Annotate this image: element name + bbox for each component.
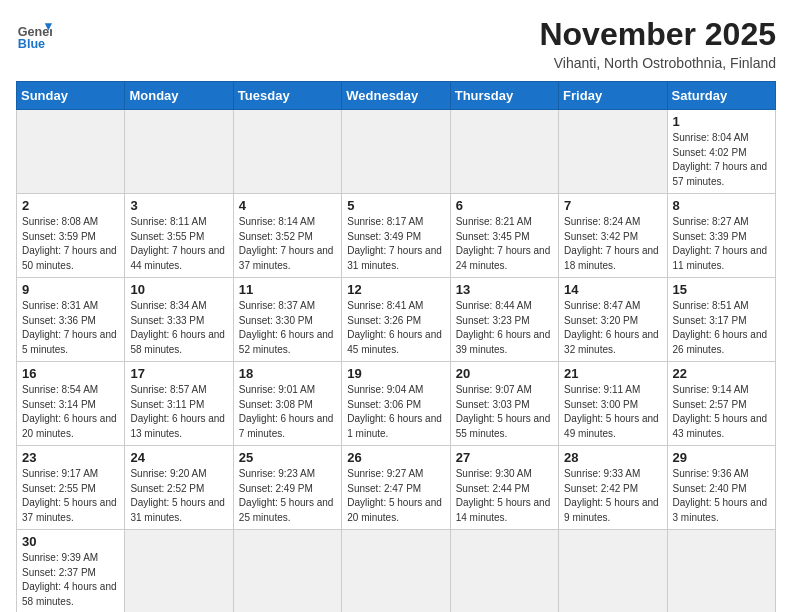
day-info: Sunrise: 9:23 AM Sunset: 2:49 PM Dayligh… bbox=[239, 467, 336, 525]
day-number: 25 bbox=[239, 450, 336, 465]
day-info: Sunrise: 9:27 AM Sunset: 2:47 PM Dayligh… bbox=[347, 467, 444, 525]
day-number: 26 bbox=[347, 450, 444, 465]
day-number: 29 bbox=[673, 450, 770, 465]
day-info: Sunrise: 8:57 AM Sunset: 3:11 PM Dayligh… bbox=[130, 383, 227, 441]
day-number: 5 bbox=[347, 198, 444, 213]
calendar-cell: 1Sunrise: 8:04 AM Sunset: 4:02 PM Daylig… bbox=[667, 110, 775, 194]
day-number: 30 bbox=[22, 534, 119, 549]
logo-icon: General Blue bbox=[16, 16, 52, 52]
calendar-cell bbox=[233, 530, 341, 613]
day-number: 12 bbox=[347, 282, 444, 297]
page-header: General Blue November 2025 Vihanti, Nort… bbox=[16, 16, 776, 71]
day-number: 20 bbox=[456, 366, 553, 381]
calendar-cell: 21Sunrise: 9:11 AM Sunset: 3:00 PM Dayli… bbox=[559, 362, 667, 446]
calendar-cell: 24Sunrise: 9:20 AM Sunset: 2:52 PM Dayli… bbox=[125, 446, 233, 530]
calendar-table: SundayMondayTuesdayWednesdayThursdayFrid… bbox=[16, 81, 776, 612]
day-info: Sunrise: 9:07 AM Sunset: 3:03 PM Dayligh… bbox=[456, 383, 553, 441]
calendar-cell: 12Sunrise: 8:41 AM Sunset: 3:26 PM Dayli… bbox=[342, 278, 450, 362]
calendar-cell: 2Sunrise: 8:08 AM Sunset: 3:59 PM Daylig… bbox=[17, 194, 125, 278]
day-number: 6 bbox=[456, 198, 553, 213]
day-info: Sunrise: 8:08 AM Sunset: 3:59 PM Dayligh… bbox=[22, 215, 119, 273]
day-number: 27 bbox=[456, 450, 553, 465]
calendar-cell: 9Sunrise: 8:31 AM Sunset: 3:36 PM Daylig… bbox=[17, 278, 125, 362]
calendar-cell bbox=[233, 110, 341, 194]
calendar-cell: 18Sunrise: 9:01 AM Sunset: 3:08 PM Dayli… bbox=[233, 362, 341, 446]
day-info: Sunrise: 9:36 AM Sunset: 2:40 PM Dayligh… bbox=[673, 467, 770, 525]
calendar-week-row: 23Sunrise: 9:17 AM Sunset: 2:55 PM Dayli… bbox=[17, 446, 776, 530]
calendar-cell bbox=[125, 110, 233, 194]
calendar-cell: 29Sunrise: 9:36 AM Sunset: 2:40 PM Dayli… bbox=[667, 446, 775, 530]
calendar-cell: 19Sunrise: 9:04 AM Sunset: 3:06 PM Dayli… bbox=[342, 362, 450, 446]
day-number: 1 bbox=[673, 114, 770, 129]
calendar-week-row: 9Sunrise: 8:31 AM Sunset: 3:36 PM Daylig… bbox=[17, 278, 776, 362]
calendar-cell bbox=[559, 530, 667, 613]
weekday-header-saturday: Saturday bbox=[667, 82, 775, 110]
day-number: 9 bbox=[22, 282, 119, 297]
calendar-cell: 3Sunrise: 8:11 AM Sunset: 3:55 PM Daylig… bbox=[125, 194, 233, 278]
calendar-cell bbox=[342, 530, 450, 613]
calendar-cell bbox=[342, 110, 450, 194]
title-area: November 2025 Vihanti, North Ostrobothni… bbox=[539, 16, 776, 71]
day-info: Sunrise: 9:39 AM Sunset: 2:37 PM Dayligh… bbox=[22, 551, 119, 609]
calendar-cell: 16Sunrise: 8:54 AM Sunset: 3:14 PM Dayli… bbox=[17, 362, 125, 446]
weekday-header-tuesday: Tuesday bbox=[233, 82, 341, 110]
day-number: 7 bbox=[564, 198, 661, 213]
location-title: Vihanti, North Ostrobothnia, Finland bbox=[539, 55, 776, 71]
day-info: Sunrise: 9:04 AM Sunset: 3:06 PM Dayligh… bbox=[347, 383, 444, 441]
day-number: 14 bbox=[564, 282, 661, 297]
day-number: 4 bbox=[239, 198, 336, 213]
calendar-cell: 10Sunrise: 8:34 AM Sunset: 3:33 PM Dayli… bbox=[125, 278, 233, 362]
day-info: Sunrise: 8:14 AM Sunset: 3:52 PM Dayligh… bbox=[239, 215, 336, 273]
weekday-header-wednesday: Wednesday bbox=[342, 82, 450, 110]
day-number: 8 bbox=[673, 198, 770, 213]
weekday-header-row: SundayMondayTuesdayWednesdayThursdayFrid… bbox=[17, 82, 776, 110]
calendar-week-row: 2Sunrise: 8:08 AM Sunset: 3:59 PM Daylig… bbox=[17, 194, 776, 278]
weekday-header-thursday: Thursday bbox=[450, 82, 558, 110]
day-info: Sunrise: 8:54 AM Sunset: 3:14 PM Dayligh… bbox=[22, 383, 119, 441]
day-number: 2 bbox=[22, 198, 119, 213]
day-info: Sunrise: 9:01 AM Sunset: 3:08 PM Dayligh… bbox=[239, 383, 336, 441]
calendar-cell: 4Sunrise: 8:14 AM Sunset: 3:52 PM Daylig… bbox=[233, 194, 341, 278]
calendar-cell bbox=[559, 110, 667, 194]
day-number: 3 bbox=[130, 198, 227, 213]
day-info: Sunrise: 8:44 AM Sunset: 3:23 PM Dayligh… bbox=[456, 299, 553, 357]
day-info: Sunrise: 8:34 AM Sunset: 3:33 PM Dayligh… bbox=[130, 299, 227, 357]
calendar-cell: 30Sunrise: 9:39 AM Sunset: 2:37 PM Dayli… bbox=[17, 530, 125, 613]
day-info: Sunrise: 8:41 AM Sunset: 3:26 PM Dayligh… bbox=[347, 299, 444, 357]
calendar-cell: 23Sunrise: 9:17 AM Sunset: 2:55 PM Dayli… bbox=[17, 446, 125, 530]
month-title: November 2025 bbox=[539, 16, 776, 53]
calendar-cell bbox=[667, 530, 775, 613]
day-info: Sunrise: 9:14 AM Sunset: 2:57 PM Dayligh… bbox=[673, 383, 770, 441]
calendar-cell: 28Sunrise: 9:33 AM Sunset: 2:42 PM Dayli… bbox=[559, 446, 667, 530]
day-info: Sunrise: 9:17 AM Sunset: 2:55 PM Dayligh… bbox=[22, 467, 119, 525]
calendar-cell: 22Sunrise: 9:14 AM Sunset: 2:57 PM Dayli… bbox=[667, 362, 775, 446]
calendar-cell: 20Sunrise: 9:07 AM Sunset: 3:03 PM Dayli… bbox=[450, 362, 558, 446]
calendar-cell bbox=[450, 530, 558, 613]
calendar-cell: 5Sunrise: 8:17 AM Sunset: 3:49 PM Daylig… bbox=[342, 194, 450, 278]
day-number: 18 bbox=[239, 366, 336, 381]
calendar-cell: 25Sunrise: 9:23 AM Sunset: 2:49 PM Dayli… bbox=[233, 446, 341, 530]
day-number: 11 bbox=[239, 282, 336, 297]
day-info: Sunrise: 8:21 AM Sunset: 3:45 PM Dayligh… bbox=[456, 215, 553, 273]
weekday-header-sunday: Sunday bbox=[17, 82, 125, 110]
svg-text:Blue: Blue bbox=[18, 37, 45, 51]
day-number: 17 bbox=[130, 366, 227, 381]
day-info: Sunrise: 9:33 AM Sunset: 2:42 PM Dayligh… bbox=[564, 467, 661, 525]
weekday-header-friday: Friday bbox=[559, 82, 667, 110]
calendar-cell bbox=[450, 110, 558, 194]
calendar-cell: 13Sunrise: 8:44 AM Sunset: 3:23 PM Dayli… bbox=[450, 278, 558, 362]
calendar-cell bbox=[17, 110, 125, 194]
day-info: Sunrise: 8:51 AM Sunset: 3:17 PM Dayligh… bbox=[673, 299, 770, 357]
day-info: Sunrise: 8:47 AM Sunset: 3:20 PM Dayligh… bbox=[564, 299, 661, 357]
day-number: 24 bbox=[130, 450, 227, 465]
day-info: Sunrise: 8:11 AM Sunset: 3:55 PM Dayligh… bbox=[130, 215, 227, 273]
day-number: 28 bbox=[564, 450, 661, 465]
calendar-cell: 17Sunrise: 8:57 AM Sunset: 3:11 PM Dayli… bbox=[125, 362, 233, 446]
day-number: 16 bbox=[22, 366, 119, 381]
day-number: 21 bbox=[564, 366, 661, 381]
calendar-cell: 11Sunrise: 8:37 AM Sunset: 3:30 PM Dayli… bbox=[233, 278, 341, 362]
calendar-cell: 7Sunrise: 8:24 AM Sunset: 3:42 PM Daylig… bbox=[559, 194, 667, 278]
day-number: 10 bbox=[130, 282, 227, 297]
day-number: 22 bbox=[673, 366, 770, 381]
day-info: Sunrise: 9:20 AM Sunset: 2:52 PM Dayligh… bbox=[130, 467, 227, 525]
